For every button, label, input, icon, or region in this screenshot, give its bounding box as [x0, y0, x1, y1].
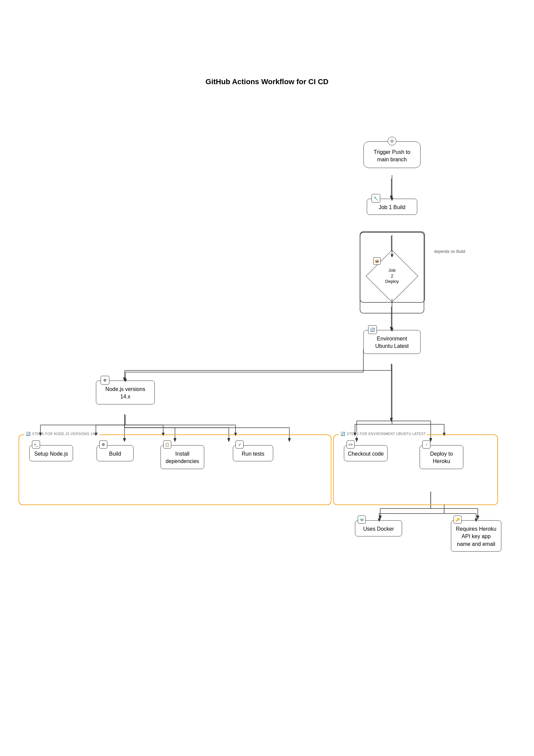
env-node: 🔄 EnvironmentUbuntu Latest	[363, 330, 421, 354]
setup-node: >_ Setup Node.js	[29, 445, 73, 461]
diagram-container: GitHub Actions Workflow for CI CD ⊙ Trig…	[0, 0, 534, 756]
install-icon: 📋	[163, 440, 171, 449]
trigger-icon: ⊙	[388, 137, 396, 145]
job2-diamond-wrapper: 📦 Job2Deploy	[372, 256, 412, 296]
requires-heroku-label: Requires HerokuAPI key appname and email	[451, 520, 501, 552]
env-step-group-label: 🔄 STEPS FOR ENVIRONMENT UBUNTU LATEST	[339, 432, 427, 436]
job2-label: 📦 Job2Deploy	[372, 256, 412, 296]
run-tests-node: ✓ Run tests	[233, 445, 273, 461]
job2-icon: 📦	[373, 257, 381, 265]
deploy-heroku-icon: ↑	[422, 440, 430, 449]
env-icon: 🔄	[368, 325, 377, 334]
run-tests-icon: ✓	[236, 440, 244, 449]
depends-on-label: depends on Build	[434, 249, 465, 254]
nodejs-step-group-label: 🔄 STEPS FOR NODE.JS VERSIONS 14.X	[25, 432, 100, 436]
deploy-heroku-node: ↑ Deploy toHeroku	[420, 445, 463, 469]
checkout-icon: <>	[347, 440, 355, 449]
nodejs-step-group: 🔄 STEPS FOR NODE.JS VERSIONS 14.X >_ Set…	[19, 434, 331, 505]
checkout-node: <> Checkout code	[344, 445, 388, 461]
trigger-node: ⊙ Trigger Push tomain branch	[363, 141, 421, 168]
build-node: ⚙ Build	[97, 445, 134, 461]
job2-text: Job2Deploy	[385, 268, 399, 285]
uses-docker-icon: 🐳	[358, 516, 366, 524]
build-icon: ⚙	[99, 440, 107, 449]
install-label: Installdependencies	[161, 445, 204, 469]
requires-heroku-node: 🔑 Requires HerokuAPI key appname and ema…	[451, 520, 501, 552]
overlay-connectors	[0, 0, 534, 756]
setup-icon: >_	[32, 440, 40, 449]
nodejs-icon: ⚙	[101, 376, 109, 385]
env-step-group: 🔄 STEPS FOR ENVIRONMENT UBUNTU LATEST <>…	[333, 434, 498, 505]
connectors-svg	[0, 0, 534, 756]
deploy-heroku-label: Deploy toHeroku	[420, 445, 463, 469]
uses-docker-node: 🐳 Uses Docker	[355, 520, 402, 536]
nodejs-node: ⚙ Node.js versions14.x	[96, 381, 155, 404]
requires-heroku-icon: 🔑	[454, 516, 462, 524]
install-node: 📋 Installdependencies	[161, 445, 204, 469]
job1-icon: 🔧	[371, 194, 380, 203]
page-title: GitHub Actions Workflow for CI CD	[206, 77, 328, 86]
job1-node: 🔧 Job 1 Build	[367, 199, 417, 215]
